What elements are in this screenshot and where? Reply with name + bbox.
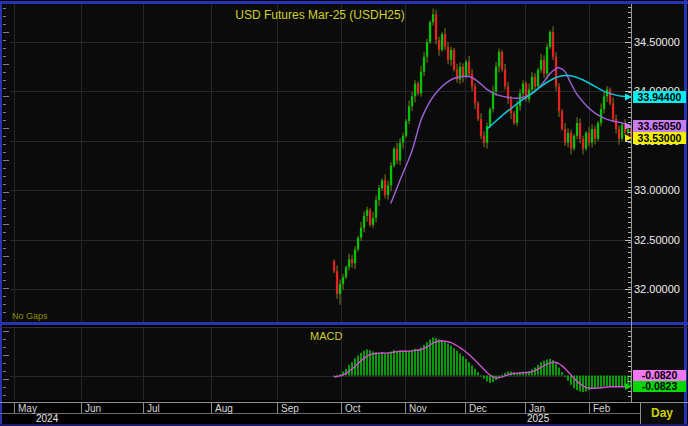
candle-body [573,136,575,149]
price-tag-value: 33.94400 [638,91,682,103]
macd-bar [600,376,602,387]
ruler-tick [3,152,6,153]
axis-tick [628,107,631,108]
macd-bar [462,356,464,375]
axis-tick [628,32,631,33]
axis-tick [628,346,631,347]
ruler-tick [3,200,6,201]
v-gridline [81,4,82,322]
macd-study-label: MACD [310,330,342,342]
month-label: Jul [147,403,160,414]
candle-body [537,70,539,87]
candle-body [474,86,476,103]
macd-panel-background[interactable] [3,327,684,400]
macd-bar [387,353,389,376]
chart-window: 34.5000034.0000033.5000033.0000032.50000… [0,0,688,426]
ruler-tick [3,363,6,364]
candle-body [345,267,347,277]
axis-tick [628,312,631,313]
candle-body [336,271,338,294]
macd-bar [606,376,608,386]
candle-body [576,123,578,136]
timeframe-label: Day [651,406,673,420]
macd-bar [366,350,368,376]
axis-tick [628,287,631,288]
v-gridline [277,328,278,400]
candle-body [420,72,422,94]
candle-body [363,216,365,228]
macd-bar [378,353,380,376]
candle-body [441,34,443,50]
v-gridline [589,4,590,322]
axis-tick [628,331,631,332]
candle-body [366,210,368,216]
candle-body [342,277,344,284]
ruler-tick [3,232,6,233]
macd-bar [570,376,572,385]
month-tick [143,403,144,413]
axis-tick [628,202,631,203]
price-tag-last: 33.53000 [625,132,686,145]
axis-tick [628,366,631,367]
ruler-tick [3,347,6,348]
macd-bar [405,352,407,376]
macd-bar [360,353,362,376]
ruler-tick [3,288,9,289]
candle-body [369,210,371,225]
month-label: Jun [85,403,101,414]
axis-tick [628,242,631,243]
axis-tick [628,177,631,178]
macd-tag-value: -0.0823 [625,380,686,392]
month-label: Feb [593,403,611,414]
macd-bar [618,376,620,387]
macd-bar [546,360,548,376]
axis-tick [628,22,631,23]
axis-tick [628,102,631,103]
ruler-tick [3,120,6,121]
panel-divider[interactable] [0,322,688,325]
macd-bar [540,362,542,375]
macd-bar [468,362,470,375]
ruler-tick [3,216,6,217]
candle-body [558,86,560,111]
axis-tick [628,207,631,208]
macd-bar [441,340,443,375]
month-tick [277,403,278,413]
macd-bar [414,349,416,376]
macd-bar [564,376,566,377]
ruler-tick [3,96,9,97]
candle-body [357,238,359,250]
right-border [684,0,687,426]
axis-tick [628,396,631,397]
candle-body [468,62,470,74]
axis-tick [628,292,631,293]
month-label: Jan [529,403,545,414]
axis-tick [628,52,631,53]
v-gridline [81,328,82,400]
ruler-tick [3,56,6,57]
candle-body [465,62,467,77]
axis-tick [628,152,631,153]
axis-tick [628,37,631,38]
ruler-tick [3,48,6,49]
macd-bar [471,366,473,376]
candle-body [429,22,431,42]
month-tick [81,403,82,413]
ruler-tick [3,40,6,41]
ruler-tick [3,168,6,169]
ruler-tick [3,192,9,193]
axis-tick [628,117,631,118]
month-tick [640,403,641,413]
candle-body [570,133,572,149]
axis-tick [628,376,631,377]
candle-body [405,121,407,136]
ruler-tick [3,339,6,340]
macd-bar [459,354,461,376]
axis-tick [628,336,631,337]
ruler-tick [3,112,6,113]
candle-body [498,52,500,67]
axis-tick [628,361,631,362]
ruler-tick [3,224,9,225]
chart-canvas: 34.5000034.0000033.5000033.0000032.50000… [0,0,688,426]
candle-body [462,67,464,77]
